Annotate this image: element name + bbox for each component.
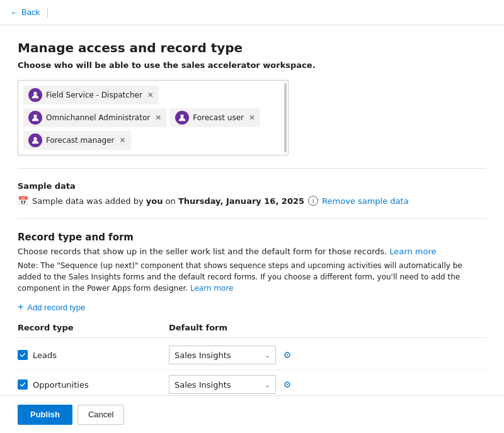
- col-type-header: Record type: [18, 323, 169, 332]
- add-record-label: Add record type: [27, 303, 85, 312]
- leads-checkbox-label: Leads: [18, 350, 169, 360]
- table-row-opportunities: Opportunities Sales Insights ⌄ ⚙: [18, 370, 486, 395]
- back-button[interactable]: ← Back: [10, 8, 40, 18]
- person-icon-2: [31, 113, 40, 122]
- back-label: Back: [21, 8, 40, 17]
- person-icon-4: [31, 136, 40, 145]
- opportunities-form-value: Sales Insights: [175, 380, 231, 390]
- role-close-forecast-manager[interactable]: ✕: [120, 136, 126, 145]
- role-avatar-forecast-user: [175, 111, 189, 125]
- svg-point-2: [181, 115, 184, 118]
- role-label-field-service: Field Service - Dispatcher: [46, 91, 142, 99]
- leads-label: Leads: [33, 351, 57, 360]
- role-label-forecast-manager: Forecast manager: [46, 136, 115, 145]
- role-tag-field-service: Field Service - Dispatcher ✕: [23, 86, 159, 104]
- learn-more-link-1[interactable]: Learn more: [389, 247, 436, 256]
- opportunities-settings-icon[interactable]: ⚙: [281, 378, 294, 391]
- opportunities-form-select[interactable]: Sales Insights ⌄: [169, 375, 276, 394]
- checkmark-icon-2: [20, 381, 26, 388]
- back-arrow-icon: ←: [10, 8, 19, 18]
- role-close-forecast-user[interactable]: ✕: [249, 113, 255, 122]
- record-table: Record type Default form Leads Sales Ins…: [18, 323, 486, 395]
- roles-container: Field Service - Dispatcher ✕ Omnichannel…: [18, 80, 289, 155]
- learn-more-link-2[interactable]: Learn more: [190, 284, 233, 293]
- sample-data-label: Sample data: [18, 181, 486, 191]
- opportunities-form-wrapper: Sales Insights ⌄ ⚙: [169, 375, 486, 394]
- role-avatar-forecast-manager: [28, 133, 42, 147]
- sample-data-row: 📅 Sample data was added by you on Thursd…: [18, 196, 486, 206]
- roles-scrollbar[interactable]: [284, 83, 287, 152]
- top-bar-divider: [47, 8, 48, 18]
- record-table-header: Record type Default form: [18, 323, 486, 338]
- role-avatar-field-service: [28, 88, 42, 102]
- table-row-leads: Leads Sales Insights ⌄ ⚙: [18, 340, 486, 370]
- col-form-header: Default form: [169, 323, 486, 332]
- person-icon-3: [178, 113, 186, 122]
- sample-data-section: Sample data 📅 Sample data was added by y…: [18, 181, 486, 206]
- page-subtitle: Choose who will be able to use the sales…: [18, 60, 486, 70]
- page-content: Manage access and record type Choose who…: [0, 25, 504, 395]
- role-avatar-omnichannel: [28, 111, 42, 125]
- section-divider-1: [18, 168, 486, 169]
- sample-data-text: Sample data was added by you on Thursday…: [32, 196, 304, 206]
- svg-point-3: [33, 137, 37, 140]
- opportunities-checkbox[interactable]: [18, 380, 28, 390]
- checkmark-icon: [20, 352, 26, 358]
- remove-sample-data-link[interactable]: Remove sample data: [322, 196, 409, 206]
- footer: Publish Cancel: [0, 395, 504, 433]
- record-section-title: Record type and form: [18, 232, 486, 243]
- top-bar: ← Back: [0, 0, 504, 25]
- leads-form-wrapper: Sales Insights ⌄ ⚙: [169, 346, 486, 364]
- add-record-type-button[interactable]: + Add record type: [18, 301, 85, 313]
- svg-point-0: [33, 92, 37, 95]
- person-icon: [31, 91, 40, 99]
- record-type-section: Record type and form Choose records that…: [18, 232, 486, 395]
- role-tag-omnichannel: Omnichannel Administrator ✕: [23, 108, 166, 127]
- leads-form-select[interactable]: Sales Insights ⌄: [169, 346, 276, 364]
- section-divider-2: [18, 218, 486, 219]
- publish-button[interactable]: Publish: [18, 405, 72, 425]
- calendar-icon: 📅: [18, 196, 28, 206]
- svg-point-1: [33, 115, 37, 118]
- opportunities-chevron-icon: ⌄: [265, 381, 270, 388]
- cancel-button[interactable]: Cancel: [77, 405, 124, 425]
- page-title: Manage access and record type: [18, 40, 486, 55]
- leads-form-value: Sales Insights: [175, 351, 231, 360]
- leads-chevron-icon: ⌄: [265, 352, 270, 359]
- info-icon[interactable]: i: [308, 196, 318, 206]
- role-label-omnichannel: Omnichannel Administrator: [46, 113, 150, 122]
- role-label-forecast-user: Forecast user: [193, 113, 244, 122]
- leads-checkbox[interactable]: [18, 350, 28, 360]
- role-tag-forecast-manager: Forecast manager ✕: [23, 131, 131, 150]
- role-close-field-service[interactable]: ✕: [147, 91, 154, 99]
- role-close-omnichannel[interactable]: ✕: [155, 113, 161, 122]
- leads-settings-icon[interactable]: ⚙: [281, 349, 294, 361]
- role-tag-forecast-user: Forecast user ✕: [170, 108, 260, 127]
- plus-icon: +: [18, 301, 23, 313]
- opportunities-checkbox-label: Opportunities: [18, 380, 169, 390]
- record-section-note: Note: The "Sequence (up next)" component…: [18, 260, 486, 294]
- opportunities-label: Opportunities: [33, 380, 89, 390]
- record-section-desc: Choose records that show up in the selle…: [18, 247, 486, 256]
